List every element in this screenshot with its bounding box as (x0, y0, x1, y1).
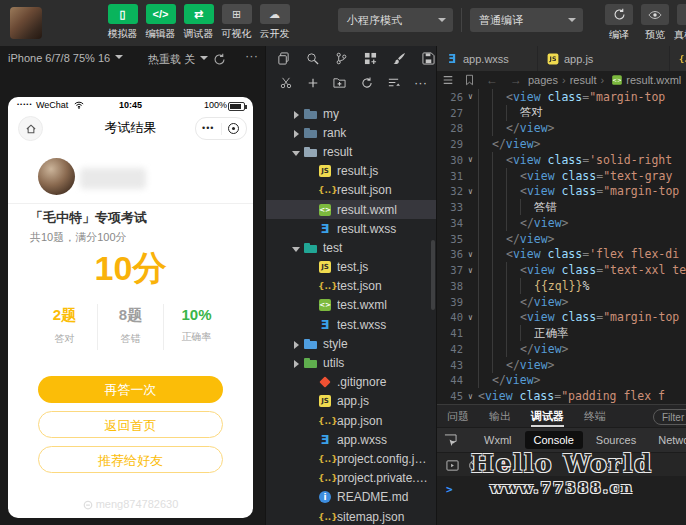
inspect-element-icon[interactable] (444, 434, 457, 447)
tree-item-utils[interactable]: utils (266, 353, 436, 372)
cut-icon[interactable] (278, 75, 293, 90)
tree-item-project.config.json[interactable]: project.config.json (266, 449, 436, 468)
toolbar-button-debug[interactable]: ⇄调试器 (180, 4, 217, 41)
tree-item-README.md[interactable]: README.md (266, 488, 436, 507)
toolbar-button-code[interactable]: </>编辑器 (142, 4, 179, 41)
code-line-40[interactable]: 40∨<view class="margin-top (437, 310, 686, 326)
editor-tab-app.js[interactable]: app.js (538, 46, 669, 71)
code-line-36[interactable]: 36∨<view class='flex flex-di (437, 247, 686, 263)
refresh-simulator-icon[interactable] (213, 53, 226, 66)
device-selector[interactable]: iPhone 6/7/8 75% 16 (8, 52, 123, 64)
toolbar-button-cloud[interactable]: ☁云开发 (256, 4, 293, 41)
code-line-29[interactable]: 29</view> (437, 136, 686, 152)
explorer-scrollbar[interactable] (431, 240, 435, 310)
fold-chevron-icon[interactable]: ∨ (463, 155, 478, 164)
panel-tab-终端[interactable]: 终端 (584, 405, 606, 427)
console-prompt[interactable]: > (446, 483, 453, 496)
editor-tab-app.json[interactable]: app.json (670, 46, 686, 71)
refresh-icon[interactable] (359, 75, 374, 90)
tree-item-result.wxml[interactable]: result.wxml (266, 200, 436, 219)
action-eye[interactable]: 预览 (638, 4, 672, 42)
toolbar-button-phone[interactable]: ▯模拟器 (104, 4, 141, 41)
panel-tab-问题[interactable]: 问题 (447, 405, 469, 427)
tree-item-result[interactable]: result (266, 142, 436, 161)
breadcrumb-pages[interactable]: pages (528, 74, 558, 86)
new-folder-icon[interactable] (332, 75, 347, 90)
clear-console-icon[interactable] (468, 459, 481, 472)
tree-item-style[interactable]: style (266, 334, 436, 353)
panel-tab-调试器[interactable]: 调试器 (531, 405, 564, 427)
devtools-tab-console[interactable]: Console (525, 431, 583, 449)
more-actions-icon[interactable]: ··· (413, 75, 428, 90)
editor-tab-app.wxss[interactable]: app.wxss (437, 46, 537, 71)
collapse-all-icon[interactable] (386, 75, 401, 90)
files-icon[interactable] (276, 51, 291, 66)
exit-miniprogram-icon[interactable] (222, 123, 247, 134)
code-line-44[interactable]: 44</view> (437, 373, 686, 389)
code-line-34[interactable]: 34</view> (437, 215, 686, 231)
compile-mode-dropdown[interactable]: 普通编译 (470, 8, 583, 32)
save-icon[interactable] (421, 51, 436, 66)
breadcrumb-result[interactable]: result (570, 74, 597, 86)
exam-button-1[interactable]: 再答一次 (38, 376, 223, 403)
more-menu-icon[interactable]: ••• (196, 119, 221, 138)
code-line-43[interactable]: 43</view> (437, 357, 686, 373)
new-file-icon[interactable] (305, 75, 320, 90)
code-line-31[interactable]: 31<view class="text-gray (437, 168, 686, 184)
breadcrumb-file[interactable]: result.wxml (626, 74, 681, 86)
tree-item-result.js[interactable]: result.js (266, 162, 436, 181)
tree-item-my[interactable]: my (266, 104, 436, 123)
devtools-tab-wxml[interactable]: Wxml (475, 431, 521, 449)
code-line-30[interactable]: 30∨<view class='solid-right (437, 152, 686, 168)
user-photo-avatar[interactable] (38, 158, 75, 195)
tree-item-result.json[interactable]: result.json (266, 181, 436, 200)
source-control-icon[interactable] (334, 51, 349, 66)
tree-item-project.private.config.json[interactable]: project.private.config.json (266, 469, 436, 488)
tree-item-test.wxss[interactable]: test.wxss (266, 315, 436, 334)
devtools-tab-network[interactable]: Network (649, 431, 686, 449)
fold-chevron-icon[interactable]: ∨ (463, 187, 478, 196)
tree-item-result.wxss[interactable]: result.wxss (266, 219, 436, 238)
user-avatar[interactable] (10, 7, 42, 39)
fold-chevron-icon[interactable]: ∨ (463, 92, 478, 101)
devtools-tab-sources[interactable]: Sources (587, 431, 645, 449)
tree-item-.gitignore[interactable]: .gitignore (266, 373, 436, 392)
code-line-32[interactable]: 32∨<view class="margin-top (437, 184, 686, 200)
action-refresh[interactable]: 编译 (602, 4, 636, 42)
code-line-33[interactable]: 33答错 (437, 199, 686, 215)
tree-item-app.js[interactable]: app.js (266, 392, 436, 411)
code-line-27[interactable]: 27答对 (437, 105, 686, 121)
tree-item-app.wxss[interactable]: app.wxss (266, 430, 436, 449)
brush-icon[interactable] (392, 51, 407, 66)
live-expression-eye-icon[interactable] (605, 459, 619, 471)
tree-item-test.json[interactable]: test.json (266, 277, 436, 296)
hot-reload-toggle[interactable]: 热重载 关 (148, 52, 208, 67)
tree-item-test[interactable]: test (266, 238, 436, 257)
code-line-26[interactable]: 26∨<view class="margin-top (437, 89, 686, 105)
more-options-icon[interactable]: ··· (245, 48, 258, 63)
outline-list-icon[interactable] (442, 74, 454, 86)
code-line-41[interactable]: 41正确率 (437, 325, 686, 341)
fold-chevron-icon[interactable]: ∨ (463, 313, 478, 322)
capsule-menu[interactable]: ••• (195, 117, 247, 140)
tree-item-app.json[interactable]: app.json (266, 411, 436, 430)
code-line-35[interactable]: 35</view> (437, 231, 686, 247)
action-phone[interactable]: 真机调试 (674, 4, 686, 42)
fold-chevron-icon[interactable]: ∨ (463, 250, 478, 259)
toolbar-button-layout[interactable]: ⊞可视化 (218, 4, 255, 41)
console-output[interactable]: > (437, 476, 686, 525)
code-line-38[interactable]: 38{{zql}}% (437, 278, 686, 294)
exam-button-2[interactable]: 返回首页 (38, 411, 223, 438)
code-line-37[interactable]: 37∨<view class="text-xxl te (437, 262, 686, 278)
tree-item-sitemap.json[interactable]: sitemap.json (266, 507, 436, 525)
fold-chevron-icon[interactable]: ∨ (463, 392, 478, 401)
panel-tab-输出[interactable]: 输出 (489, 405, 511, 427)
tree-item-test.js[interactable]: test.js (266, 258, 436, 277)
extensions-icon[interactable] (363, 51, 378, 66)
exam-button-3[interactable]: 推荐给好友 (38, 446, 223, 473)
fold-chevron-icon[interactable]: ∨ (463, 266, 478, 275)
bookmark-icon[interactable] (464, 74, 475, 86)
tree-item-rank[interactable]: rank (266, 123, 436, 142)
console-filter-input[interactable] (653, 409, 686, 425)
code-line-42[interactable]: 42</view> (437, 341, 686, 357)
